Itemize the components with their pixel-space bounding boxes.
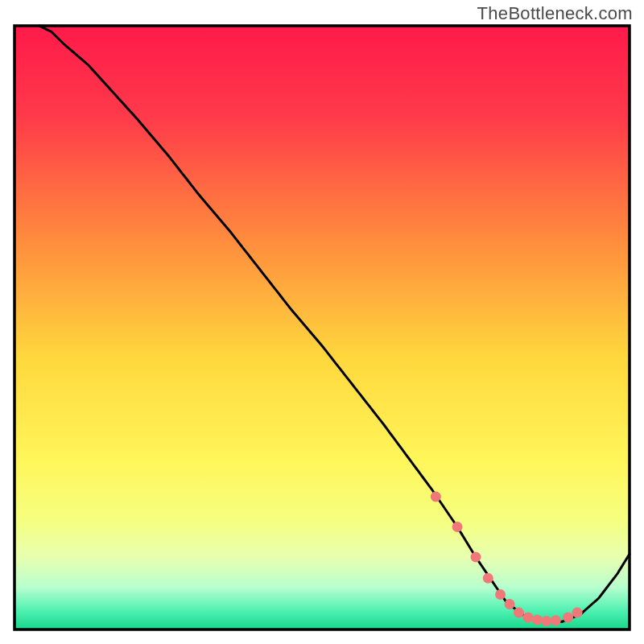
highlight-point <box>452 522 463 532</box>
highlight-point <box>514 608 524 618</box>
highlight-point <box>505 599 515 609</box>
highlight-point <box>471 552 481 563</box>
highlight-point <box>551 615 561 625</box>
highlight-point <box>483 573 493 584</box>
highlight-point <box>572 608 583 618</box>
watermark-text: TheBottleneck.com <box>477 3 633 24</box>
highlight-point <box>431 492 441 502</box>
bottleneck-chart <box>0 0 644 644</box>
highlight-point <box>532 615 543 625</box>
highlight-point <box>563 613 573 623</box>
chart-container: TheBottleneck.com <box>0 0 644 644</box>
highlight-point <box>495 589 506 600</box>
highlight-point <box>522 613 533 623</box>
highlight-point <box>541 616 551 626</box>
gradient-background <box>14 26 630 630</box>
